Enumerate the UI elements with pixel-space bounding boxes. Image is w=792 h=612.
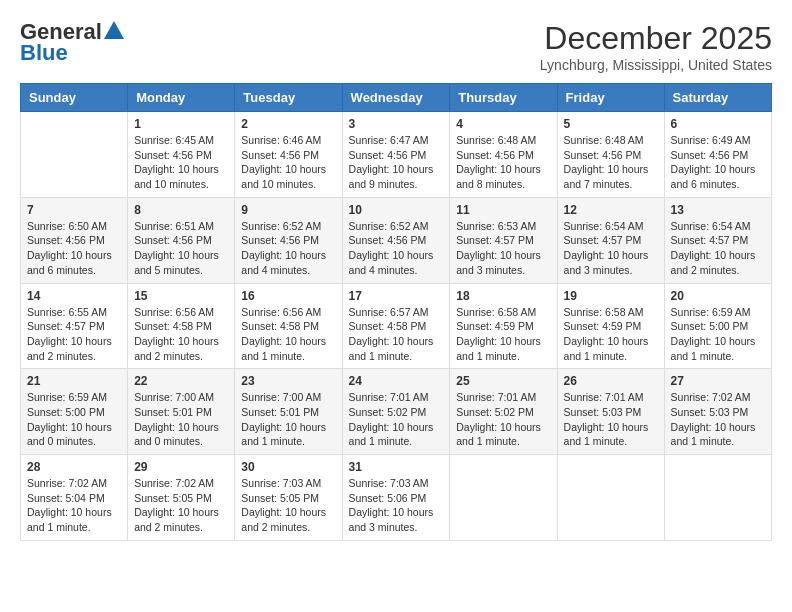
day-cell: 17Sunrise: 6:57 AM Sunset: 4:58 PM Dayli… bbox=[342, 283, 450, 369]
day-number: 9 bbox=[241, 203, 335, 217]
day-number: 3 bbox=[349, 117, 444, 131]
weekday-monday: Monday bbox=[128, 84, 235, 112]
day-info: Sunrise: 7:03 AM Sunset: 5:06 PM Dayligh… bbox=[349, 476, 444, 535]
weekday-header-row: SundayMondayTuesdayWednesdayThursdayFrid… bbox=[21, 84, 772, 112]
weekday-thursday: Thursday bbox=[450, 84, 557, 112]
location: Lynchburg, Mississippi, United States bbox=[540, 57, 772, 73]
day-cell: 31Sunrise: 7:03 AM Sunset: 5:06 PM Dayli… bbox=[342, 455, 450, 541]
day-number: 30 bbox=[241, 460, 335, 474]
logo-icon bbox=[104, 20, 124, 44]
week-row-5: 28Sunrise: 7:02 AM Sunset: 5:04 PM Dayli… bbox=[21, 455, 772, 541]
logo-blue: Blue bbox=[20, 40, 68, 66]
day-cell bbox=[557, 455, 664, 541]
day-number: 14 bbox=[27, 289, 121, 303]
day-number: 8 bbox=[134, 203, 228, 217]
day-number: 12 bbox=[564, 203, 658, 217]
day-info: Sunrise: 6:58 AM Sunset: 4:59 PM Dayligh… bbox=[564, 305, 658, 364]
day-cell: 21Sunrise: 6:59 AM Sunset: 5:00 PM Dayli… bbox=[21, 369, 128, 455]
day-cell: 5Sunrise: 6:48 AM Sunset: 4:56 PM Daylig… bbox=[557, 112, 664, 198]
day-number: 27 bbox=[671, 374, 765, 388]
title-area: December 2025 Lynchburg, Mississippi, Un… bbox=[540, 20, 772, 73]
day-cell: 12Sunrise: 6:54 AM Sunset: 4:57 PM Dayli… bbox=[557, 197, 664, 283]
calendar: SundayMondayTuesdayWednesdayThursdayFrid… bbox=[20, 83, 772, 541]
day-cell: 7Sunrise: 6:50 AM Sunset: 4:56 PM Daylig… bbox=[21, 197, 128, 283]
day-info: Sunrise: 6:56 AM Sunset: 4:58 PM Dayligh… bbox=[241, 305, 335, 364]
day-cell: 24Sunrise: 7:01 AM Sunset: 5:02 PM Dayli… bbox=[342, 369, 450, 455]
day-cell: 3Sunrise: 6:47 AM Sunset: 4:56 PM Daylig… bbox=[342, 112, 450, 198]
day-info: Sunrise: 6:50 AM Sunset: 4:56 PM Dayligh… bbox=[27, 219, 121, 278]
week-row-3: 14Sunrise: 6:55 AM Sunset: 4:57 PM Dayli… bbox=[21, 283, 772, 369]
day-cell: 22Sunrise: 7:00 AM Sunset: 5:01 PM Dayli… bbox=[128, 369, 235, 455]
day-cell: 15Sunrise: 6:56 AM Sunset: 4:58 PM Dayli… bbox=[128, 283, 235, 369]
day-number: 23 bbox=[241, 374, 335, 388]
day-number: 31 bbox=[349, 460, 444, 474]
day-cell: 2Sunrise: 6:46 AM Sunset: 4:56 PM Daylig… bbox=[235, 112, 342, 198]
day-info: Sunrise: 6:52 AM Sunset: 4:56 PM Dayligh… bbox=[349, 219, 444, 278]
day-number: 29 bbox=[134, 460, 228, 474]
day-cell: 30Sunrise: 7:03 AM Sunset: 5:05 PM Dayli… bbox=[235, 455, 342, 541]
day-cell bbox=[21, 112, 128, 198]
day-number: 15 bbox=[134, 289, 228, 303]
day-number: 5 bbox=[564, 117, 658, 131]
day-info: Sunrise: 7:01 AM Sunset: 5:02 PM Dayligh… bbox=[349, 390, 444, 449]
day-number: 4 bbox=[456, 117, 550, 131]
day-info: Sunrise: 6:48 AM Sunset: 4:56 PM Dayligh… bbox=[564, 133, 658, 192]
day-number: 28 bbox=[27, 460, 121, 474]
day-number: 13 bbox=[671, 203, 765, 217]
day-info: Sunrise: 6:54 AM Sunset: 4:57 PM Dayligh… bbox=[671, 219, 765, 278]
day-cell: 29Sunrise: 7:02 AM Sunset: 5:05 PM Dayli… bbox=[128, 455, 235, 541]
svg-marker-0 bbox=[104, 21, 124, 39]
day-info: Sunrise: 6:55 AM Sunset: 4:57 PM Dayligh… bbox=[27, 305, 121, 364]
day-number: 22 bbox=[134, 374, 228, 388]
day-info: Sunrise: 7:01 AM Sunset: 5:03 PM Dayligh… bbox=[564, 390, 658, 449]
day-info: Sunrise: 6:52 AM Sunset: 4:56 PM Dayligh… bbox=[241, 219, 335, 278]
day-cell: 16Sunrise: 6:56 AM Sunset: 4:58 PM Dayli… bbox=[235, 283, 342, 369]
day-cell: 19Sunrise: 6:58 AM Sunset: 4:59 PM Dayli… bbox=[557, 283, 664, 369]
day-number: 2 bbox=[241, 117, 335, 131]
day-cell: 14Sunrise: 6:55 AM Sunset: 4:57 PM Dayli… bbox=[21, 283, 128, 369]
weekday-wednesday: Wednesday bbox=[342, 84, 450, 112]
day-cell: 28Sunrise: 7:02 AM Sunset: 5:04 PM Dayli… bbox=[21, 455, 128, 541]
day-number: 26 bbox=[564, 374, 658, 388]
day-info: Sunrise: 7:00 AM Sunset: 5:01 PM Dayligh… bbox=[134, 390, 228, 449]
day-info: Sunrise: 6:46 AM Sunset: 4:56 PM Dayligh… bbox=[241, 133, 335, 192]
day-cell: 11Sunrise: 6:53 AM Sunset: 4:57 PM Dayli… bbox=[450, 197, 557, 283]
day-info: Sunrise: 6:49 AM Sunset: 4:56 PM Dayligh… bbox=[671, 133, 765, 192]
day-info: Sunrise: 6:59 AM Sunset: 5:00 PM Dayligh… bbox=[27, 390, 121, 449]
week-row-2: 7Sunrise: 6:50 AM Sunset: 4:56 PM Daylig… bbox=[21, 197, 772, 283]
day-cell: 8Sunrise: 6:51 AM Sunset: 4:56 PM Daylig… bbox=[128, 197, 235, 283]
day-info: Sunrise: 6:58 AM Sunset: 4:59 PM Dayligh… bbox=[456, 305, 550, 364]
day-info: Sunrise: 6:51 AM Sunset: 4:56 PM Dayligh… bbox=[134, 219, 228, 278]
day-info: Sunrise: 6:47 AM Sunset: 4:56 PM Dayligh… bbox=[349, 133, 444, 192]
day-cell: 13Sunrise: 6:54 AM Sunset: 4:57 PM Dayli… bbox=[664, 197, 771, 283]
day-cell: 20Sunrise: 6:59 AM Sunset: 5:00 PM Dayli… bbox=[664, 283, 771, 369]
day-number: 21 bbox=[27, 374, 121, 388]
day-number: 11 bbox=[456, 203, 550, 217]
weekday-saturday: Saturday bbox=[664, 84, 771, 112]
day-cell: 9Sunrise: 6:52 AM Sunset: 4:56 PM Daylig… bbox=[235, 197, 342, 283]
logo: General Blue bbox=[20, 20, 124, 66]
day-number: 6 bbox=[671, 117, 765, 131]
day-info: Sunrise: 6:53 AM Sunset: 4:57 PM Dayligh… bbox=[456, 219, 550, 278]
day-number: 7 bbox=[27, 203, 121, 217]
day-cell: 25Sunrise: 7:01 AM Sunset: 5:02 PM Dayli… bbox=[450, 369, 557, 455]
week-row-4: 21Sunrise: 6:59 AM Sunset: 5:00 PM Dayli… bbox=[21, 369, 772, 455]
day-info: Sunrise: 6:45 AM Sunset: 4:56 PM Dayligh… bbox=[134, 133, 228, 192]
day-number: 18 bbox=[456, 289, 550, 303]
day-number: 10 bbox=[349, 203, 444, 217]
day-info: Sunrise: 7:01 AM Sunset: 5:02 PM Dayligh… bbox=[456, 390, 550, 449]
day-number: 19 bbox=[564, 289, 658, 303]
weekday-tuesday: Tuesday bbox=[235, 84, 342, 112]
day-number: 17 bbox=[349, 289, 444, 303]
day-cell bbox=[450, 455, 557, 541]
day-info: Sunrise: 6:59 AM Sunset: 5:00 PM Dayligh… bbox=[671, 305, 765, 364]
day-info: Sunrise: 6:48 AM Sunset: 4:56 PM Dayligh… bbox=[456, 133, 550, 192]
weekday-friday: Friday bbox=[557, 84, 664, 112]
day-number: 1 bbox=[134, 117, 228, 131]
day-cell: 26Sunrise: 7:01 AM Sunset: 5:03 PM Dayli… bbox=[557, 369, 664, 455]
day-cell: 27Sunrise: 7:02 AM Sunset: 5:03 PM Dayli… bbox=[664, 369, 771, 455]
day-info: Sunrise: 6:56 AM Sunset: 4:58 PM Dayligh… bbox=[134, 305, 228, 364]
day-info: Sunrise: 7:02 AM Sunset: 5:03 PM Dayligh… bbox=[671, 390, 765, 449]
day-cell: 6Sunrise: 6:49 AM Sunset: 4:56 PM Daylig… bbox=[664, 112, 771, 198]
day-cell: 18Sunrise: 6:58 AM Sunset: 4:59 PM Dayli… bbox=[450, 283, 557, 369]
